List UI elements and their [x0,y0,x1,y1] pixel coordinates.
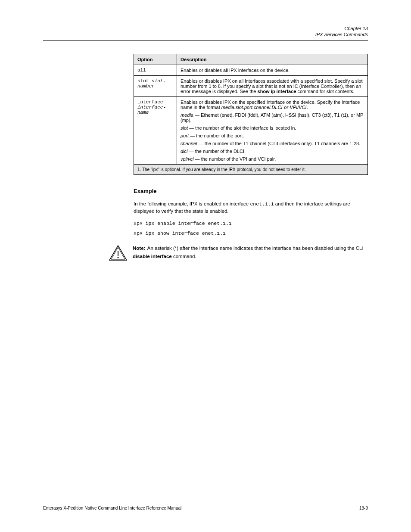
section-title-example: Example [134,188,368,194]
table-cell-description: Enables or disables all IPX interfaces o… [177,65,368,76]
note-block: Note: An asterisk (*) after the interfac… [108,244,368,262]
table-cell-description: Enables or disables IPX on the specified… [177,97,368,165]
footer-page-number: 13-9 [359,506,368,510]
example-paragraph: In the following example, IPX is enabled… [134,200,368,215]
table-cell-option: slot slot-number [134,76,177,97]
table-header-description: Description [177,54,368,65]
page-header: Chapter 13 IPX Services Commands [43,26,368,41]
table-cell-option: interface interface-name [134,97,177,165]
table-cell-description: Enables or disables IPX on all interface… [177,76,368,97]
page-footer: Enterasys X-Pedition Native Command Line… [43,502,368,510]
chapter-label: Chapter 13 [43,26,368,31]
command-line-2: xp# ipx show interface enet.1.1 [134,230,368,236]
table-cell-option: all [134,65,177,76]
note-text: An asterisk (*) after the interface name… [133,246,364,259]
table-header-option: Option [134,54,177,65]
options-table: Option Description allEnables or disable… [134,54,368,175]
table-footnote: 1. The "ipx" is optional. If you are alr… [134,165,368,175]
svg-point-3 [118,257,119,258]
note-label: Note: [133,246,145,251]
footer-doc-title: Enterasys X-Pedition Native Command Line… [43,506,181,510]
note-icon [108,244,128,262]
command-line-1: xp# ipx enable interface enet.1.1 [134,221,368,226]
chapter-title: IPX Services Commands [43,32,368,37]
